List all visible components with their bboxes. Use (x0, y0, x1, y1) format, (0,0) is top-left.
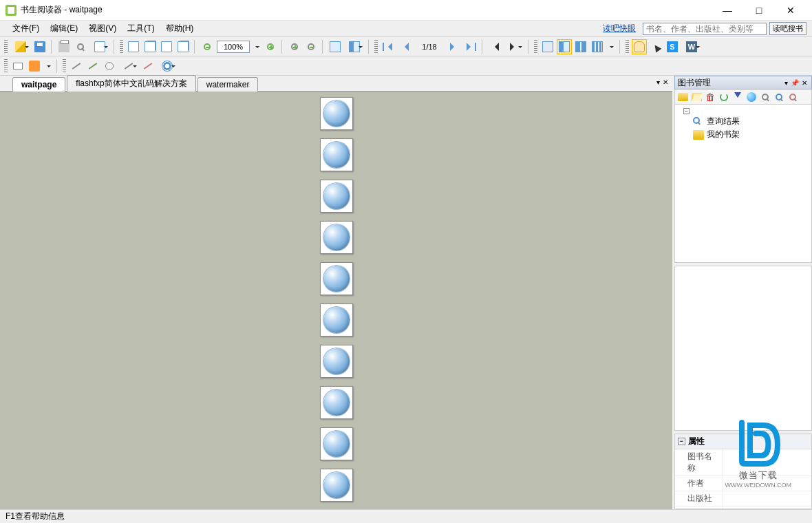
w-tool-button[interactable]: W (681, 39, 702, 54)
draw-erase-button[interactable] (140, 58, 156, 74)
zoom-out-button[interactable] (200, 39, 215, 54)
select-tool-button[interactable] (648, 39, 663, 54)
lib-refresh-button[interactable] (718, 91, 730, 103)
zoom-input[interactable] (217, 41, 250, 53)
fit-page-button[interactable] (344, 39, 365, 54)
view-dropdown[interactable] (606, 39, 616, 54)
lib-web-button[interactable] (745, 91, 758, 103)
zoom-fit-icon (308, 43, 314, 50)
zoom-in-button[interactable] (263, 39, 278, 54)
search-button[interactable]: 读吧搜书 (769, 22, 806, 35)
print-icon (58, 41, 70, 52)
lib-delete-button[interactable]: 🗑 (704, 91, 716, 103)
page-thumbnail[interactable] (320, 221, 353, 254)
lib-open-button[interactable] (690, 91, 703, 103)
tree-item-label: 查询结果 (707, 116, 740, 127)
prev-page-button[interactable] (397, 39, 412, 54)
document-viewer[interactable] (0, 92, 672, 509)
sphere-icon (323, 307, 350, 333)
lib-config-button[interactable] (787, 91, 799, 103)
lib-zoom-button[interactable] (773, 91, 785, 103)
page-thumbnail[interactable] (320, 262, 353, 295)
annot-dropdown[interactable] (43, 58, 53, 74)
last-page-icon (467, 43, 475, 51)
view-continuous-button[interactable] (573, 39, 588, 54)
menu-edit[interactable]: 编辑(E) (45, 21, 83, 36)
zoom-actual-button[interactable] (287, 39, 302, 54)
lib-new-button[interactable] (676, 91, 689, 103)
settings-button[interactable] (157, 58, 178, 74)
fit-width-button[interactable] (328, 39, 343, 54)
tab-waitpage[interactable]: waitpage (12, 77, 65, 92)
page-thumbnail[interactable] (320, 180, 353, 213)
page-single-button[interactable] (126, 39, 141, 54)
minimize-button[interactable]: — (712, 0, 743, 21)
menu-help[interactable]: 帮助(H) (160, 21, 200, 36)
toolbar-grip[interactable] (120, 40, 123, 54)
page-thumbnail[interactable] (320, 427, 353, 460)
properties-header[interactable]: − 属性 (675, 434, 811, 449)
tab-flashfxp[interactable]: flashfxp简体中文乱码解决方案 (67, 75, 195, 92)
first-page-button[interactable] (381, 39, 396, 54)
search-input[interactable] (643, 23, 767, 35)
tree-item-query[interactable]: 查询结果 (678, 115, 809, 128)
page-book-button[interactable] (175, 39, 191, 54)
toolbar-grip[interactable] (63, 59, 66, 73)
toolbar-grip[interactable] (534, 40, 537, 54)
print-button[interactable] (56, 39, 72, 54)
tab-close-button[interactable]: ✕ (663, 78, 668, 86)
page-thumbnail[interactable] (320, 138, 353, 171)
export-button[interactable] (89, 39, 110, 54)
menu-file[interactable]: 文件(F) (7, 21, 45, 36)
page-thumbnail[interactable] (320, 97, 353, 130)
last-page-button[interactable] (463, 39, 478, 54)
hand-tool-button[interactable] (632, 39, 647, 54)
close-button[interactable]: ✕ (775, 0, 806, 21)
menu-tools[interactable]: 工具(T) (122, 21, 160, 36)
sphere-icon (323, 348, 350, 374)
page-indicator[interactable] (413, 41, 446, 53)
tab-menu-button[interactable]: ▾ (656, 78, 660, 86)
maximize-button[interactable]: □ (743, 0, 775, 21)
view-grid-button[interactable] (590, 39, 605, 54)
tree-root[interactable]: − (678, 107, 809, 115)
draw-circle-button[interactable] (102, 58, 117, 74)
toolbar-grip[interactable] (374, 40, 378, 54)
nav-back-button[interactable] (487, 39, 502, 54)
draw-pen-button[interactable] (69, 58, 84, 74)
nav-forward-button[interactable] (504, 39, 524, 54)
properties-collapse-button[interactable]: − (678, 438, 685, 445)
draw-shape-button[interactable] (118, 58, 139, 74)
tree-collapse-button[interactable]: − (683, 108, 690, 114)
save-button[interactable] (32, 39, 47, 54)
tab-watermaker[interactable]: watermaker (197, 77, 259, 92)
zoom-fit-button[interactable] (303, 39, 319, 54)
toolbar-grip[interactable] (4, 59, 8, 73)
find-button[interactable] (73, 39, 88, 54)
page-double-button[interactable] (142, 39, 158, 54)
draw-line-button[interactable] (85, 58, 100, 74)
page-thumbnail[interactable] (320, 469, 353, 502)
annot-note-button[interactable] (10, 58, 25, 74)
open-button[interactable] (10, 39, 31, 54)
menu-view[interactable]: 视图(V) (83, 21, 122, 36)
panel-menu-button[interactable]: ▾ (783, 79, 789, 87)
lib-download-button[interactable] (731, 91, 744, 103)
toolbar-grip[interactable] (626, 40, 629, 54)
tree-item-shelf[interactable]: 我的书架 (678, 128, 809, 141)
panel-close-button[interactable]: ✕ (800, 79, 809, 87)
zoom-dropdown[interactable] (252, 39, 261, 54)
view-single-button[interactable] (540, 39, 555, 54)
next-page-button[interactable] (447, 39, 462, 54)
page-thumbnail[interactable] (320, 386, 353, 419)
page-thumbnail[interactable] (320, 345, 353, 378)
lib-search-button[interactable] (759, 91, 771, 103)
quick-link[interactable]: 读吧快眼 (603, 23, 636, 34)
page-thumbnail[interactable] (320, 303, 353, 337)
toolbar-grip[interactable] (4, 40, 8, 54)
page-continuous-button[interactable] (159, 39, 174, 54)
view-facing-button[interactable] (557, 39, 572, 54)
panel-pin-button[interactable]: 📌 (789, 79, 800, 87)
annot-highlight-button[interactable] (27, 58, 42, 74)
s-tool-button[interactable]: S (665, 39, 680, 54)
